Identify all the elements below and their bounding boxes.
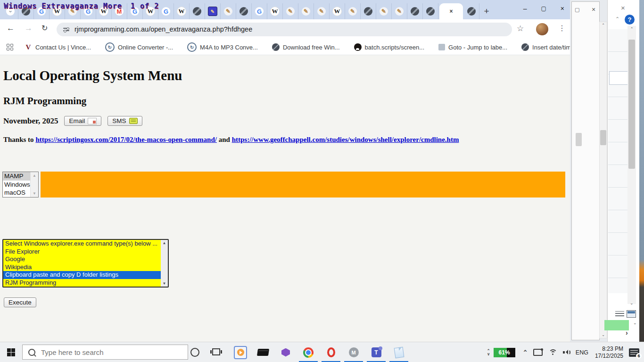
pinned-tab[interactable]	[174, 3, 190, 19]
apps-grid-icon[interactable]	[7, 44, 13, 50]
bookmark-item[interactable]: M4A to MP3 Conve...	[187, 42, 258, 52]
email-button[interactable]: Email	[64, 116, 101, 126]
collapse-icon[interactable]: ⌃	[615, 16, 619, 22]
pinned-tab[interactable]	[236, 3, 252, 19]
reload-icon[interactable]: ↻	[41, 24, 48, 33]
pinned-tab[interactable]	[267, 3, 283, 19]
start-button[interactable]	[0, 342, 22, 362]
close-icon[interactable]: ×	[561, 5, 564, 12]
pinned-tab[interactable]	[464, 3, 479, 19]
os-listbox[interactable]: MAMP Windows macOS ▲ ▼	[2, 172, 39, 197]
command-option[interactable]: Select Windows explorer.exe command type…	[3, 240, 161, 248]
scroll-down-icon[interactable]: ⌄	[633, 321, 637, 325]
pinned-tab[interactable]	[205, 3, 221, 19]
bookmark-item[interactable]: batch.scripts/screen...	[354, 43, 424, 51]
pinned-tab[interactable]	[345, 3, 361, 19]
pinned-tab[interactable]	[361, 3, 376, 19]
back-window[interactable]: ▢ × ⌄	[571, 1, 600, 340]
scroll-down-icon[interactable]: ▼	[163, 281, 166, 286]
battery-indicator[interactable]: 61%	[494, 348, 515, 357]
kebab-menu-icon[interactable]: ⋮	[558, 24, 566, 33]
scrollbar-thumb[interactable]	[628, 40, 635, 169]
pinned-tab[interactable]	[423, 3, 438, 19]
os-option[interactable]: Windows	[3, 181, 30, 189]
new-tab-button[interactable]: +	[479, 3, 494, 19]
scroll-up-icon[interactable]: ▲	[33, 173, 36, 178]
profile-avatar[interactable]	[536, 23, 548, 35]
command-listbox[interactable]: Select Windows explorer.exe command type…	[2, 239, 169, 288]
command-option[interactable]: Google	[3, 255, 161, 263]
site-info-icon[interactable]	[63, 27, 70, 32]
taskbar-app[interactable]	[297, 342, 320, 362]
pinned-tab[interactable]	[221, 3, 236, 19]
forward-icon[interactable]: →	[25, 24, 33, 33]
execute-button[interactable]: Execute	[4, 297, 36, 307]
scroll-up-icon[interactable]: ⌃	[602, 23, 605, 27]
maximize-icon[interactable]: ▢	[541, 5, 546, 12]
taskbar-app[interactable]	[252, 342, 274, 362]
cortana-icon[interactable]	[190, 348, 199, 357]
volume-icon[interactable]	[563, 349, 570, 355]
pinned-tab[interactable]	[376, 3, 392, 19]
language-indicator[interactable]: ENG	[576, 349, 588, 356]
bookmark-item[interactable]: Contact Us | Vince...	[25, 43, 91, 51]
command-option[interactable]: RJM Programming	[3, 279, 161, 287]
scroll-up-icon[interactable]: ▲	[163, 241, 166, 245]
pinned-tab[interactable]	[330, 3, 345, 19]
os-option[interactable]: macOS	[3, 189, 30, 197]
taskbar-app[interactable]	[342, 342, 365, 362]
task-view-icon[interactable]	[212, 348, 220, 355]
bookmark-item[interactable]: Download free Win...	[272, 43, 340, 51]
pinned-tab[interactable]	[298, 3, 314, 19]
scroll-down-icon[interactable]: ▼	[33, 191, 36, 196]
taskbar-app[interactable]	[274, 342, 297, 362]
image-thumbnail-icon[interactable]	[627, 310, 636, 318]
os-option[interactable]: MAMP	[3, 172, 30, 181]
hidden-icons-chevron[interactable]: ^	[524, 349, 527, 356]
close-icon[interactable]: ×	[592, 6, 595, 13]
pinned-tab[interactable]	[283, 3, 298, 19]
taskbar-search[interactable]	[22, 345, 188, 360]
close-icon[interactable]: ×	[621, 4, 625, 12]
bookmark-item[interactable]: Online Converter -...	[105, 42, 173, 52]
bookmark-star-icon[interactable]: ☆	[517, 24, 524, 33]
cast-display-icon[interactable]	[533, 349, 543, 356]
clock[interactable]: 8:23 PM 17/12/2025	[595, 346, 623, 360]
scrollbar-thumb[interactable]	[600, 130, 606, 145]
tray-scroll-icons[interactable]: ^ v	[487, 349, 490, 356]
search-input[interactable]	[40, 348, 174, 357]
minimize-icon[interactable]: –	[523, 5, 527, 12]
scroll-up-icon[interactable]: ⌃	[630, 27, 634, 31]
pinned-tab[interactable]	[190, 3, 205, 19]
wifi-icon[interactable]	[549, 349, 557, 355]
command-scrollbar[interactable]: ▲ ▼	[161, 240, 168, 287]
taskbar-app[interactable]	[365, 342, 388, 362]
taskbar-app[interactable]	[388, 342, 410, 362]
notification-center-icon[interactable]: 6	[629, 348, 639, 357]
sms-button[interactable]: SMS	[107, 116, 142, 126]
link-geoffchappell[interactable]: https://www.geoffchappell.com/studies/wi…	[232, 136, 459, 143]
pinned-tab[interactable]	[314, 3, 330, 19]
scroll-down-icon[interactable]: v	[487, 353, 490, 356]
drag-handle[interactable]	[576, 133, 582, 146]
address-bar[interactable]: rjmprogramming.com.au/open_extravaganza.…	[57, 23, 512, 36]
back-icon[interactable]: ←	[7, 24, 15, 33]
scroll-down-icon[interactable]: ⌄	[630, 301, 634, 305]
bookmark-item[interactable]: Goto - Jump to labe...	[438, 44, 507, 51]
help-icon[interactable]: ?	[625, 15, 635, 25]
list-view-icon[interactable]	[615, 311, 624, 317]
link-scriptingosx[interactable]: https://scriptingosx.com/2017/02/the-mac…	[35, 136, 217, 143]
command-option[interactable]: Wikipedia	[3, 263, 161, 272]
maximize-icon[interactable]: ▢	[575, 7, 579, 13]
tab-close-icon[interactable]: ×	[449, 8, 453, 15]
pinned-tab[interactable]	[407, 3, 423, 19]
url-text[interactable]: rjmprogramming.com.au/open_extravaganza.…	[74, 25, 252, 33]
pinned-tab[interactable]	[158, 3, 174, 19]
taskbar-app[interactable]	[320, 342, 342, 362]
scroll-down-icon[interactable]: ⌄	[602, 333, 605, 337]
pinned-tab[interactable]	[392, 3, 407, 19]
next-arrow-icon[interactable]: ›	[626, 329, 628, 337]
pinned-tab[interactable]	[252, 3, 267, 19]
back-window-scrollbar[interactable]: ⌃ ⌄	[599, 22, 607, 338]
command-option[interactable]: File Explorer	[3, 248, 161, 256]
